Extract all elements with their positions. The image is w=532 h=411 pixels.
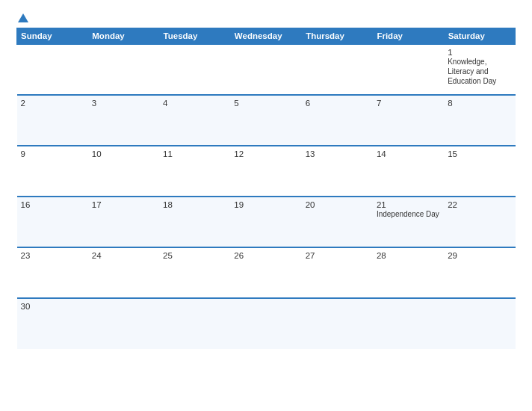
- calendar-cell: 7: [373, 95, 444, 146]
- day-number: 10: [92, 149, 155, 158]
- calendar-cell: 26: [230, 247, 301, 298]
- calendar-cell: 14: [373, 146, 444, 197]
- day-number: 20: [306, 200, 369, 209]
- day-number: 7: [377, 99, 440, 108]
- day-number: 18: [163, 200, 226, 209]
- calendar-cell: 10: [88, 146, 159, 197]
- calendar-week-row: 2345678: [17, 95, 516, 146]
- calendar-cell: [302, 298, 373, 349]
- calendar-cell: 13: [302, 146, 373, 197]
- day-of-week-saturday: Saturday: [444, 28, 515, 45]
- day-of-week-monday: Monday: [88, 28, 159, 45]
- calendar-cell: 16: [17, 197, 88, 247]
- calendar-cell: 12: [230, 146, 301, 197]
- calendar-cell: 1Knowledge, Literacy and Education Day: [444, 44, 515, 95]
- calendar-cell: 24: [88, 247, 159, 298]
- day-number: 22: [448, 200, 511, 209]
- day-number: 6: [306, 99, 369, 108]
- calendar-cell: [159, 44, 230, 95]
- day-number: 28: [377, 251, 440, 260]
- calendar-cell: [302, 44, 373, 95]
- calendar-cell: [373, 298, 444, 349]
- calendar-cell: 15: [444, 146, 515, 197]
- day-of-week-tuesday: Tuesday: [159, 28, 230, 45]
- day-number: 19: [234, 200, 297, 209]
- calendar-cell: 29: [444, 247, 515, 298]
- day-number: 4: [163, 99, 226, 108]
- day-number: 27: [306, 251, 369, 260]
- calendar-cell: 25: [159, 247, 230, 298]
- event-label: Knowledge, Literacy and Education Day: [448, 58, 496, 85]
- day-number: 29: [448, 251, 511, 260]
- day-number: 21: [377, 200, 440, 209]
- calendar-cell: 3: [88, 95, 159, 146]
- calendar-week-row: 30: [17, 298, 516, 349]
- calendar-cell: 4: [159, 95, 230, 146]
- calendar-cell: 9: [17, 146, 88, 197]
- calendar-cell: 27: [302, 247, 373, 298]
- day-number: 9: [21, 149, 84, 158]
- day-number: 16: [21, 200, 84, 209]
- calendar-cell: 5: [230, 95, 301, 146]
- logo: [16, 13, 28, 23]
- calendar-week-row: 9101112131415: [17, 146, 516, 197]
- calendar-cell: 18: [159, 197, 230, 247]
- logo-triangle-icon: [18, 13, 28, 22]
- day-number: 5: [234, 99, 297, 108]
- calendar-cell: [230, 298, 301, 349]
- day-of-week-sunday: Sunday: [17, 28, 88, 45]
- calendar-cell: [230, 44, 301, 95]
- calendar-cell: 8: [444, 95, 515, 146]
- calendar-cell: [88, 298, 159, 349]
- day-number: 15: [448, 149, 511, 158]
- calendar-cell: 6: [302, 95, 373, 146]
- calendar-page: SundayMondayTuesdayWednesdayThursdayFrid…: [0, 0, 532, 411]
- day-number: 8: [448, 99, 511, 108]
- day-number: 23: [21, 251, 84, 260]
- calendar-cell: 19: [230, 197, 301, 247]
- day-number: 2: [21, 99, 84, 108]
- day-number: 14: [377, 149, 440, 158]
- calendar-cell: 22: [444, 197, 515, 247]
- day-number: 17: [92, 200, 155, 209]
- day-number: 3: [92, 99, 155, 108]
- calendar-cell: 21Independence Day: [373, 197, 444, 247]
- calendar-cell: 11: [159, 146, 230, 197]
- day-of-week-thursday: Thursday: [302, 28, 373, 45]
- day-number: 13: [306, 149, 369, 158]
- calendar-week-row: 1Knowledge, Literacy and Education Day: [17, 44, 516, 95]
- calendar-cell: 23: [17, 247, 88, 298]
- calendar-week-row: 161718192021Independence Day22: [17, 197, 516, 247]
- day-number: 12: [234, 149, 297, 158]
- calendar-table: SundayMondayTuesdayWednesdayThursdayFrid…: [16, 28, 516, 349]
- calendar-cell: [159, 298, 230, 349]
- day-number: 25: [163, 251, 226, 260]
- day-number: 11: [163, 149, 226, 158]
- calendar-cell: 2: [17, 95, 88, 146]
- day-of-week-wednesday: Wednesday: [230, 28, 301, 45]
- day-number: 30: [21, 302, 84, 311]
- calendar-cell: [373, 44, 444, 95]
- calendar-cell: [17, 44, 88, 95]
- calendar-cell: 28: [373, 247, 444, 298]
- calendar-header-row: SundayMondayTuesdayWednesdayThursdayFrid…: [17, 28, 516, 45]
- day-number: 1: [448, 48, 511, 57]
- calendar-cell: 17: [88, 197, 159, 247]
- calendar-cell: 30: [17, 298, 88, 349]
- event-label: Independence Day: [377, 210, 439, 218]
- calendar-week-row: 23242526272829: [17, 247, 516, 298]
- day-number: 26: [234, 251, 297, 260]
- calendar-cell: [444, 298, 515, 349]
- calendar-cell: 20: [302, 197, 373, 247]
- day-number: 24: [92, 251, 155, 260]
- calendar-cell: [88, 44, 159, 95]
- header: [16, 13, 516, 23]
- day-of-week-friday: Friday: [373, 28, 444, 45]
